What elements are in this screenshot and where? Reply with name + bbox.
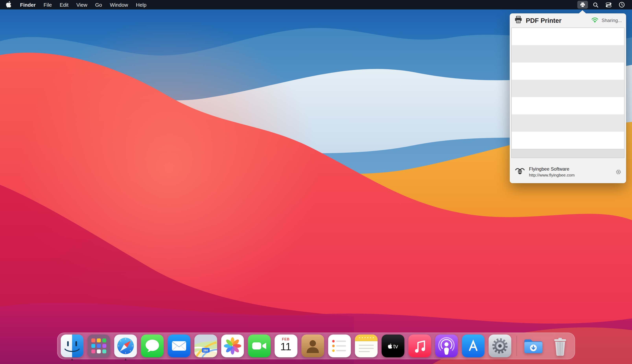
settings-button[interactable] bbox=[615, 169, 621, 175]
maps-icon: 280 bbox=[194, 334, 217, 357]
dock-item-app-store[interactable] bbox=[462, 334, 484, 357]
menu-go[interactable]: Go bbox=[91, 0, 106, 10]
apple-logo-icon bbox=[6, 1, 12, 8]
dock-divider bbox=[516, 336, 517, 356]
music-icon bbox=[408, 334, 431, 357]
toggles-icon bbox=[606, 2, 611, 8]
search-icon bbox=[593, 2, 598, 8]
desktop: Finder File Edit View Go Window Help bbox=[0, 0, 632, 364]
downloads-folder-icon bbox=[522, 334, 545, 357]
apple-menu[interactable] bbox=[0, 0, 16, 10]
list-row bbox=[512, 114, 624, 132]
podcasts-icon bbox=[435, 334, 458, 357]
printer-app-icon bbox=[514, 15, 523, 26]
running-indicator bbox=[125, 359, 126, 360]
safari-icon bbox=[114, 334, 137, 357]
apple-tv-icon: tv bbox=[381, 334, 404, 357]
control-center-icon[interactable] bbox=[603, 1, 614, 9]
menu-view[interactable]: View bbox=[72, 0, 91, 10]
dock-item-finder[interactable] bbox=[61, 334, 83, 357]
mail-icon bbox=[168, 334, 190, 357]
dock-item-notes[interactable] bbox=[355, 334, 378, 357]
trash-icon bbox=[549, 334, 572, 357]
messages-icon bbox=[141, 334, 164, 357]
menu-help[interactable]: Help bbox=[132, 0, 150, 10]
wifi-sharing-icon bbox=[591, 16, 598, 24]
tv-label: tv bbox=[393, 342, 398, 349]
vendor-url[interactable]: http://www.flyingbee.com bbox=[529, 172, 574, 177]
sharing-status: Sharing... bbox=[601, 18, 622, 23]
dock-item-messages[interactable] bbox=[141, 334, 164, 357]
dock-item-system-preferences[interactable] bbox=[488, 334, 511, 357]
list-row bbox=[512, 45, 624, 62]
app-store-icon bbox=[462, 334, 484, 357]
dock-item-reminders[interactable] bbox=[328, 334, 351, 357]
menu-bar: Finder File Edit View Go Window Help bbox=[0, 0, 632, 10]
list-scrollbar-track[interactable] bbox=[512, 149, 624, 158]
reminders-icon bbox=[328, 334, 351, 357]
menu-window[interactable]: Window bbox=[106, 0, 132, 10]
running-indicator bbox=[71, 359, 73, 360]
clock-status-icon[interactable] bbox=[616, 1, 627, 9]
panel-footer: Flyingbee Software http://www.flyingbee.… bbox=[510, 160, 626, 183]
active-app-menu[interactable]: Finder bbox=[16, 0, 40, 10]
maps-route-badge: 280 bbox=[202, 348, 210, 352]
notes-icon bbox=[355, 334, 378, 357]
dock-item-trash[interactable] bbox=[549, 334, 572, 357]
dock-item-music[interactable] bbox=[408, 334, 431, 357]
list-row bbox=[512, 97, 624, 114]
panel-header: PDF Printer Sharing... bbox=[510, 13, 626, 28]
list-row bbox=[512, 28, 624, 45]
calendar-day: 11 bbox=[280, 342, 291, 352]
flyingbee-logo-icon bbox=[514, 167, 525, 177]
finder-icon bbox=[61, 334, 83, 357]
list-row bbox=[512, 80, 624, 97]
dock-item-maps[interactable]: 280 bbox=[194, 334, 217, 357]
facetime-icon bbox=[248, 334, 271, 357]
contacts-icon bbox=[301, 334, 324, 357]
dock-item-safari[interactable] bbox=[114, 334, 137, 357]
dock-item-downloads[interactable] bbox=[522, 334, 545, 357]
dock-item-podcasts[interactable] bbox=[435, 334, 458, 357]
photos-icon bbox=[221, 334, 244, 357]
dock: 280 bbox=[57, 332, 575, 359]
menu-edit[interactable]: Edit bbox=[56, 0, 72, 10]
list-row bbox=[512, 132, 624, 149]
system-preferences-icon bbox=[488, 334, 511, 357]
list-row bbox=[512, 62, 624, 80]
launchpad-icon bbox=[87, 334, 110, 357]
apple-logo-icon bbox=[387, 343, 392, 348]
panel-title: PDF Printer bbox=[526, 17, 562, 24]
calendar-month: FEB bbox=[282, 337, 290, 341]
dock-item-apple-tv[interactable]: tv bbox=[381, 334, 404, 357]
dock-item-launchpad[interactable] bbox=[87, 334, 110, 357]
printer-icon bbox=[580, 2, 585, 8]
gear-icon bbox=[615, 169, 621, 175]
vendor-name: Flyingbee Software bbox=[529, 166, 574, 172]
dock-item-calendar[interactable]: FEB 11 bbox=[275, 334, 297, 357]
dock-item-contacts[interactable] bbox=[301, 334, 324, 357]
pdf-printer-status-icon[interactable] bbox=[577, 1, 588, 9]
dock-item-facetime[interactable] bbox=[248, 334, 271, 357]
printer-document-list[interactable] bbox=[511, 28, 624, 158]
pdf-printer-panel: PDF Printer Sharing... bbox=[510, 13, 626, 183]
spotlight-search-icon[interactable] bbox=[590, 1, 601, 9]
calendar-icon: FEB 11 bbox=[275, 334, 297, 357]
clock-icon bbox=[618, 2, 625, 8]
dock-item-mail[interactable] bbox=[168, 334, 190, 357]
menu-file[interactable]: File bbox=[40, 0, 56, 10]
dock-item-photos[interactable] bbox=[221, 334, 244, 357]
